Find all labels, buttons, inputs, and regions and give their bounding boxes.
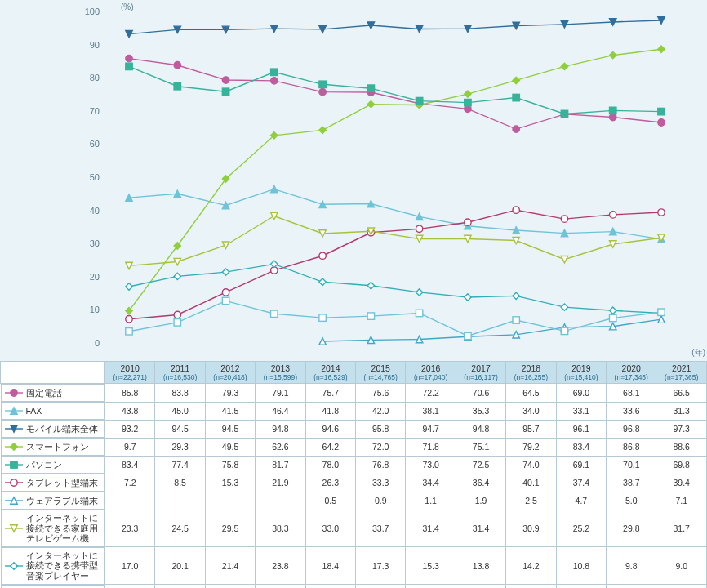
svg-text:40: 40 [90, 206, 100, 216]
table-cell: 9.3 [656, 585, 707, 588]
legend-icon [5, 560, 23, 572]
table-cell: 31.4 [456, 510, 505, 547]
year-header: 2010(n=22,271) [105, 362, 155, 384]
table-cell: 14.2 [506, 547, 556, 585]
table-cell: 64.2 [305, 438, 355, 456]
table-cell: 74.0 [506, 456, 556, 474]
table-cell: 5.0 [607, 492, 656, 510]
table-cell: 8.8 [256, 585, 305, 588]
table-cell: 25.2 [556, 510, 606, 547]
series-label: FAX [1, 402, 105, 420]
table-cell: 94.7 [406, 420, 456, 438]
svg-marker-66 [513, 77, 519, 83]
table-cell: 83.8 [155, 384, 205, 403]
svg-text:80: 80 [90, 73, 100, 82]
svg-rect-130 [319, 314, 326, 321]
table-cell: 85.8 [105, 384, 155, 403]
table-cell: 64.5 [506, 384, 556, 403]
svg-rect-71 [174, 83, 180, 90]
table-cell: 2.5 [506, 492, 556, 510]
table-cell: 75.6 [356, 384, 406, 403]
table-cell: 23.3 [105, 510, 155, 547]
svg-marker-121 [465, 294, 471, 301]
table-cell: 33.3 [356, 474, 406, 492]
year-header: 2016(n=17,040) [406, 362, 456, 384]
table-cell: 79.2 [506, 438, 556, 456]
svg-rect-126 [126, 328, 132, 335]
table-cell: 86.8 [607, 438, 656, 456]
chart-root: (%) (年) 0102030405060708090100 2010(n=22… [0, 0, 707, 588]
svg-point-25 [271, 78, 278, 84]
table-cell: 4.7 [556, 492, 606, 510]
table-corner [1, 362, 105, 384]
table-cell: 7.2 [105, 474, 155, 492]
legend-icon [5, 405, 23, 416]
svg-marker-68 [610, 51, 616, 58]
table-cell: 40.1 [506, 474, 556, 492]
svg-point-23 [174, 62, 180, 69]
svg-marker-120 [416, 289, 422, 296]
table-cell: 1.1 [406, 492, 456, 510]
table-cell: 69.1 [556, 456, 606, 474]
table-cell: 26.3 [305, 474, 355, 492]
table-cell: 94.6 [305, 420, 355, 438]
svg-rect-75 [367, 85, 374, 91]
table-cell: 3.5 [105, 585, 155, 588]
svg-marker-145 [10, 443, 16, 450]
table-cell: 66.5 [656, 384, 707, 403]
table-cell: 3.6 [556, 585, 606, 588]
svg-marker-37 [271, 185, 278, 192]
svg-marker-119 [367, 283, 374, 289]
svg-marker-122 [513, 292, 519, 299]
svg-point-26 [319, 88, 326, 95]
table-cell: 69.0 [556, 384, 606, 403]
svg-point-90 [513, 207, 519, 213]
year-header: 2017(n=16,117) [456, 362, 505, 384]
svg-point-83 [174, 311, 180, 318]
table-cell: 76.8 [356, 456, 406, 474]
svg-marker-124 [610, 307, 616, 314]
svg-rect-134 [513, 317, 519, 323]
table-cell: 78.0 [305, 456, 355, 474]
svg-marker-114 [126, 283, 132, 290]
table-cell: 94.5 [205, 420, 255, 438]
svg-marker-118 [319, 278, 326, 285]
year-header: 2018(n=16,255) [506, 362, 556, 384]
data-table: 2010(n=22,271)2011(n=16,530)2012(n=20,41… [0, 361, 707, 588]
year-header: 2020(n=17,345) [607, 362, 656, 384]
table-cell: 34.0 [506, 402, 556, 420]
table-cell: 6.9 [506, 585, 556, 588]
table-cell: 31.7 [656, 510, 707, 547]
svg-rect-128 [222, 297, 229, 304]
table-cell: 1.9 [456, 492, 505, 510]
svg-text:60: 60 [90, 139, 100, 149]
table-cell: 70.1 [607, 456, 656, 474]
year-header: 2013(n=15,599) [256, 362, 305, 384]
svg-text:50: 50 [90, 172, 100, 182]
table-cell: − [205, 492, 255, 510]
table-cell: 8.5 [155, 474, 205, 492]
svg-point-22 [126, 55, 132, 61]
table-cell: 49.5 [205, 438, 255, 456]
table-cell: 38.1 [406, 402, 456, 420]
year-header: 2012(n=20,418) [205, 362, 255, 384]
table-cell: 41.5 [205, 402, 255, 420]
svg-rect-76 [416, 97, 422, 104]
svg-rect-127 [174, 319, 180, 326]
svg-point-139 [10, 390, 16, 396]
series-label: ウェアラブル端末 [1, 492, 105, 510]
table-cell: 72.0 [356, 438, 406, 456]
svg-rect-77 [465, 99, 471, 105]
table-cell: 17.0 [105, 547, 155, 585]
table-cell: 75.1 [456, 438, 505, 456]
svg-marker-117 [271, 261, 278, 267]
table-cell: 0.5 [305, 492, 355, 510]
svg-marker-62 [319, 127, 326, 133]
series-label: タブレット型端末 [1, 474, 105, 492]
table-cell: 38.3 [256, 510, 305, 547]
table-cell: 46.4 [256, 402, 305, 420]
svg-marker-123 [561, 304, 567, 310]
svg-marker-104 [222, 242, 229, 248]
svg-rect-131 [367, 313, 374, 319]
table-cell: 83.4 [556, 438, 606, 456]
